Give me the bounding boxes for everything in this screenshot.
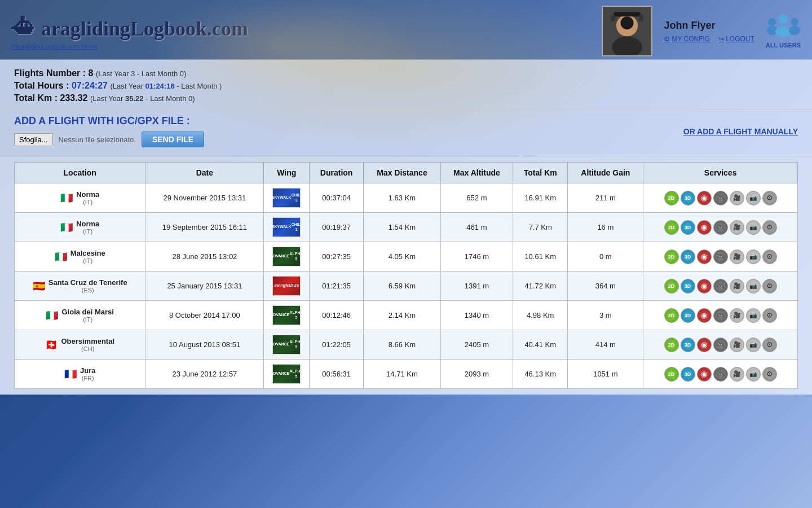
service-target-icon[interactable]: ◉	[697, 191, 712, 205]
cell-services: 2D 3D ◉ 🎮 🎥 📷 ⚙	[643, 183, 798, 213]
service-3d-icon[interactable]: 3D	[681, 249, 695, 264]
user-info: John Flyer ⚙ MY CONFIG ↪ LOGOUT	[664, 20, 754, 43]
table-row: 🇮🇹Norma(IT)29 November 2015 13:31SKYWALK…	[15, 183, 798, 213]
cell-services: 2D 3D ◉ 🎮 🎥 📷 ⚙	[643, 271, 798, 301]
service-2d-icon[interactable]: 2D	[664, 220, 679, 235]
service-target-icon[interactable]: ◉	[697, 308, 712, 323]
cell-total-km: 46.13 Km	[513, 360, 567, 389]
flag-icon: 🇨🇭	[45, 339, 58, 351]
hours-label: Total Hours :	[14, 81, 69, 90]
service-video-icon[interactable]: 🎥	[730, 367, 744, 382]
service-gear-icon[interactable]: ⚙	[762, 367, 777, 382]
cell-altitude-gain: 0 m	[568, 242, 643, 271]
cell-max-distance: 6.59 Km	[364, 271, 441, 301]
location-country: (IT)	[70, 257, 105, 264]
cell-wing: ADVANCEALPHA 5	[264, 242, 310, 271]
cell-max-distance: 8.66 Km	[364, 330, 441, 360]
home-link[interactable]: ParaglidingLogbook.com Home	[11, 43, 248, 50]
service-target-icon[interactable]: ◉	[697, 338, 712, 352]
svg-point-2	[621, 16, 634, 29]
service-3d-icon[interactable]: 3D	[681, 308, 695, 323]
service-gear-icon[interactable]: ⚙	[762, 220, 777, 235]
services-icons: 2D 3D ◉ 🎮 🎥 📷 ⚙	[647, 191, 794, 205]
browse-button[interactable]: Sfoglia...	[14, 133, 53, 146]
service-game-icon[interactable]: 🎮	[713, 220, 728, 235]
service-gear-icon[interactable]: ⚙	[762, 338, 777, 352]
service-3d-icon[interactable]: 3D	[681, 367, 695, 382]
service-target-icon[interactable]: ◉	[697, 367, 712, 382]
my-config-link[interactable]: ⚙ MY CONFIG	[664, 35, 710, 43]
cell-services: 2D 3D ◉ 🎮 🎥 📷 ⚙	[643, 360, 798, 389]
all-users-label: ALL USERS	[766, 42, 801, 49]
cell-altitude-gain: 211 m	[568, 183, 643, 213]
service-video-icon[interactable]: 🎥	[730, 338, 744, 352]
all-users-button[interactable]: ALL USERS	[766, 14, 801, 49]
stats-section: Flights Number : 8 (Last Year 3 - Last M…	[0, 60, 812, 110]
service-3d-icon[interactable]: 3D	[681, 191, 695, 205]
km-sub-value: 35.22	[125, 94, 144, 103]
cell-services: 2D 3D ◉ 🎮 🎥 📷 ⚙	[643, 301, 798, 330]
service-target-icon[interactable]: ◉	[697, 279, 712, 294]
flag-icon: 🇮🇹	[46, 309, 58, 322]
col-total-km: Total Km	[513, 163, 567, 183]
service-3d-icon[interactable]: 3D	[681, 338, 695, 352]
service-video-icon[interactable]: 🎥	[730, 249, 744, 264]
service-game-icon[interactable]: 🎮	[713, 249, 728, 264]
table-row: 🇮🇹Norma(IT)19 September 2015 16:11SKYWAL…	[15, 213, 798, 242]
cell-location: 🇮🇹Norma(IT)	[15, 213, 145, 242]
cell-max-distance: 1.54 Km	[364, 213, 441, 242]
logout-icon: ↪	[718, 35, 724, 43]
svg-point-8	[778, 14, 788, 24]
service-video-icon[interactable]: 🎥	[730, 279, 744, 294]
services-icons: 2D 3D ◉ 🎮 🎥 📷 ⚙	[647, 220, 794, 235]
service-video-icon[interactable]: 🎥	[730, 308, 744, 323]
service-target-icon[interactable]: ◉	[697, 220, 712, 235]
service-2d-icon[interactable]: 2D	[664, 279, 679, 294]
cell-max-distance: 1.63 Km	[364, 183, 441, 213]
service-game-icon[interactable]: 🎮	[713, 308, 728, 323]
cell-location: 🇫🇷Jura(FR)	[15, 360, 145, 389]
services-icons: 2D 3D ◉ 🎮 🎥 📷 ⚙	[647, 249, 794, 264]
service-target-icon[interactable]: ◉	[697, 249, 712, 264]
service-game-icon[interactable]: 🎮	[713, 191, 728, 205]
service-video-icon[interactable]: 🎥	[730, 220, 744, 235]
service-camera-icon[interactable]: 📷	[746, 220, 761, 235]
cell-total-km: 10.61 Km	[513, 242, 567, 271]
service-camera-icon[interactable]: 📷	[746, 279, 761, 294]
send-file-button[interactable]: SEND FILE	[142, 132, 204, 147]
col-max-altitude: Max Altitude	[440, 163, 513, 183]
service-gear-icon[interactable]: ⚙	[762, 191, 777, 205]
user-avatar	[602, 6, 652, 56]
cell-max-altitude: 1391 m	[440, 271, 513, 301]
service-camera-icon[interactable]: 📷	[746, 338, 761, 352]
service-gear-icon[interactable]: ⚙	[762, 279, 777, 294]
cell-altitude-gain: 16 m	[568, 213, 643, 242]
wing-logo: ADVANCEALPHA 5	[272, 247, 301, 266]
service-2d-icon[interactable]: 2D	[664, 308, 679, 323]
service-gear-icon[interactable]: ⚙	[762, 249, 777, 264]
service-camera-icon[interactable]: 📷	[746, 367, 761, 382]
table-section: Location Date Wing Duration Max Distance…	[0, 156, 812, 395]
user-name: John Flyer	[664, 20, 715, 32]
service-game-icon[interactable]: 🎮	[713, 367, 728, 382]
service-camera-icon[interactable]: 📷	[746, 308, 761, 323]
add-manually-link[interactable]: OR ADD A FLIGHT MANUALLY	[683, 127, 798, 136]
service-camera-icon[interactable]: 📷	[746, 249, 761, 264]
service-2d-icon[interactable]: 2D	[664, 367, 679, 382]
service-3d-icon[interactable]: 3D	[681, 220, 695, 235]
wing-logo: ADVANCEALPHA 5	[272, 335, 301, 354]
service-game-icon[interactable]: 🎮	[713, 279, 728, 294]
location-name: Norma	[76, 220, 99, 228]
service-video-icon[interactable]: 🎥	[730, 191, 744, 205]
cell-duration: 00:19:37	[310, 213, 364, 242]
location-country: (CH)	[61, 345, 114, 352]
service-camera-icon[interactable]: 📷	[746, 191, 761, 205]
service-game-icon[interactable]: 🎮	[713, 338, 728, 352]
service-3d-icon[interactable]: 3D	[681, 279, 695, 294]
service-2d-icon[interactable]: 2D	[664, 191, 679, 205]
service-2d-icon[interactable]: 2D	[664, 338, 679, 352]
logout-link[interactable]: ↪ LOGOUT	[718, 35, 754, 43]
cell-date: 29 November 2015 13:31	[145, 183, 264, 213]
service-2d-icon[interactable]: 2D	[664, 249, 679, 264]
service-gear-icon[interactable]: ⚙	[762, 308, 777, 323]
